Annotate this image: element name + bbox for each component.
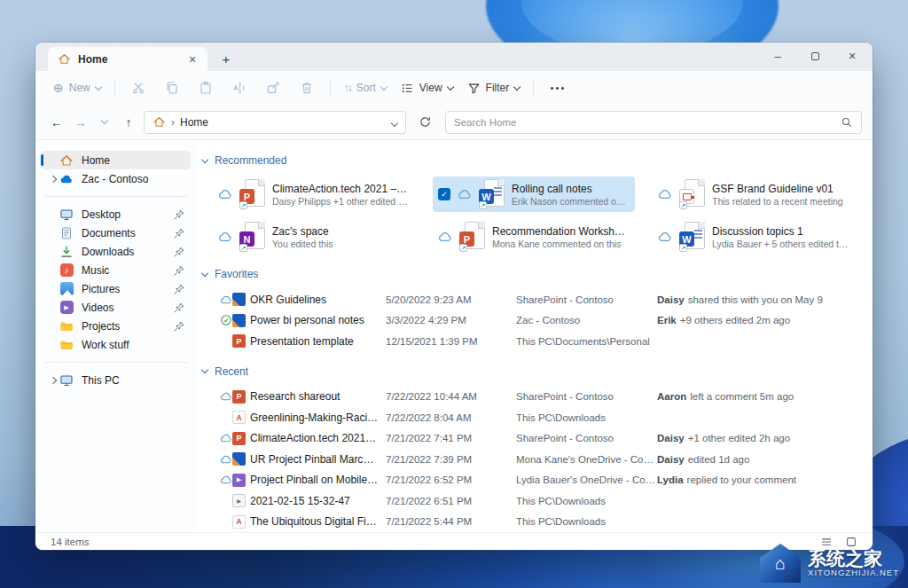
file-row[interactable]: UR Project Pinball March Notes 7/21/2022…	[213, 449, 865, 470]
filter-icon	[467, 82, 481, 95]
checkbox-checked-icon[interactable]	[438, 188, 450, 200]
pin-icon	[173, 246, 185, 258]
file-row[interactable]: A Greenlining-Making-Racial-Equity-Rea..…	[213, 407, 865, 428]
explorer-body: Home Zac - Contoso Desktop Do	[35, 140, 873, 532]
minimize-button[interactable]	[759, 43, 796, 69]
section-header-recommended[interactable]: Recommended	[202, 152, 865, 169]
file-location: This PC\Documents\Personal	[516, 336, 657, 347]
sidebar-divider	[44, 362, 187, 363]
sort-button[interactable]: Sort	[337, 77, 394, 98]
sidebar-item-projects[interactable]: Projects	[41, 317, 191, 335]
file-location: SharePoint - Contoso	[516, 391, 657, 402]
music-icon: ♪	[59, 263, 74, 278]
pin-icon	[173, 227, 185, 239]
view-list-icon	[401, 82, 414, 95]
recommended-card-selected[interactable]: W Rolling call notesErik Nason commented…	[433, 176, 635, 212]
chevron-down-icon	[201, 366, 208, 373]
file-name: Project Pinball on Mobile KickOff	[246, 474, 386, 486]
file-row[interactable]: Power bi personal notes 3/3/2022 4:29 PM…	[213, 310, 865, 332]
download-icon	[59, 245, 74, 259]
search-box[interactable]	[445, 111, 862, 134]
view-button[interactable]: View	[394, 77, 460, 99]
filter-button-label: Filter	[486, 82, 510, 94]
recent-locations-button[interactable]	[94, 111, 115, 134]
maximize-button[interactable]	[796, 43, 834, 69]
sidebar-item-videos[interactable]: ▶ Videos	[41, 298, 191, 317]
forward-button[interactable]	[70, 111, 91, 134]
window-controls	[759, 43, 871, 69]
sidebar-item-onedrive[interactable]: Zac - Contoso	[41, 169, 191, 188]
paste-button[interactable]	[189, 75, 223, 100]
cloud-icon	[219, 432, 232, 445]
file-row[interactable]: Project Pinball on Mobile KickOff 7/21/2…	[213, 470, 865, 491]
share-icon	[266, 81, 280, 95]
sidebar-item-label: Zac - Contoso	[82, 173, 148, 185]
cloud-icon	[219, 452, 232, 466]
section-header-favorites[interactable]: Favorites	[202, 265, 865, 283]
recommended-cards: P ClimateAction.tech 2021 – year in...Da…	[213, 176, 865, 255]
close-button[interactable]	[834, 43, 871, 69]
recommended-card[interactable]: N Zac's spaceYou edited this	[213, 219, 415, 255]
recommended-card[interactable]: P ClimateAction.tech 2021 – year in...Da…	[213, 176, 415, 212]
breadcrumb[interactable]: Home	[144, 111, 406, 134]
back-button[interactable]	[46, 111, 67, 134]
filter-button[interactable]: Filter	[460, 77, 528, 99]
file-row[interactable]: P Presentation template 12/15/2021 1:39 …	[213, 331, 865, 352]
rename-button[interactable]	[223, 75, 256, 100]
sidebar-item-this-pc[interactable]: This PC	[41, 371, 191, 389]
file-row[interactable]: OKR Guidelines 5/20/2022 9:23 AM SharePo…	[213, 289, 865, 310]
cut-button[interactable]	[121, 75, 155, 100]
cloud-icon	[219, 293, 232, 306]
refresh-button[interactable]	[413, 111, 436, 134]
file-name: The Ubiquitous Digital File A Review o..…	[246, 515, 386, 528]
recommended-card[interactable]: P Recommendation Workshop ContentMona Ka…	[433, 219, 635, 255]
file-location: Lydia Bauer's OneDrive - Contoso	[516, 474, 657, 485]
up-button[interactable]	[118, 111, 139, 134]
sidebar-item-desktop[interactable]: Desktop	[41, 205, 191, 223]
sidebar-item-music[interactable]: ♪ Music	[41, 261, 191, 279]
chevron-right-icon[interactable]	[46, 176, 59, 182]
section-header-recent[interactable]: Recent	[202, 363, 865, 380]
explorer-tab-home[interactable]: Home	[48, 47, 207, 71]
delete-button[interactable]	[290, 75, 324, 100]
trash-icon	[300, 81, 314, 95]
file-date: 7/21/2022 6:51 PM	[386, 496, 516, 506]
file-row[interactable]: 2021-02-15 15-32-47 7/21/2022 6:51 PM Th…	[213, 490, 865, 512]
new-tab-button[interactable]	[215, 47, 238, 70]
sidebar-item-work-stuff[interactable]: Work stuff	[41, 335, 191, 354]
file-row[interactable]: A The Ubiquitous Digital File A Review o…	[213, 512, 865, 533]
watermark-title: 系统之家	[808, 549, 899, 568]
breadcrumb-item-home[interactable]: Home	[180, 116, 208, 129]
chevron-down-icon	[513, 82, 521, 90]
copy-button[interactable]	[155, 75, 189, 100]
recommended-card[interactable]: W Discussion topics 1Lydia Bauer + 5 oth…	[653, 219, 855, 255]
search-input[interactable]	[454, 117, 841, 128]
items-view: Recommended P ClimateAction.tech 2021 – …	[195, 140, 873, 532]
more-options-button[interactable]	[540, 75, 574, 100]
tab-close-icon[interactable]	[184, 51, 200, 67]
powerpoint-file-icon: P	[459, 222, 485, 252]
sidebar-item-pictures[interactable]: Pictures	[41, 279, 191, 298]
address-dropdown-button[interactable]	[392, 116, 397, 129]
sidebar-item-home[interactable]: Home	[41, 151, 191, 169]
document-icon	[59, 226, 74, 240]
search-icon[interactable]	[841, 116, 853, 129]
file-row[interactable]: P ClimateAction.tech 2021 – year in revi…	[213, 428, 865, 450]
recommended-card[interactable]: GSF Brand Guideline v01This related to a…	[653, 176, 855, 212]
sidebar-item-downloads[interactable]: Downloads	[41, 242, 191, 261]
new-button[interactable]: New	[46, 76, 108, 99]
section-title: Recommended	[215, 154, 286, 167]
pictures-icon	[59, 282, 74, 296]
pin-icon	[173, 264, 185, 277]
powerpoint-icon: P	[232, 334, 246, 348]
sidebar-item-documents[interactable]: Documents	[41, 223, 191, 242]
file-row[interactable]: P Research shareout 7/22/2022 10:44 AM S…	[213, 387, 865, 408]
share-button[interactable]	[256, 75, 290, 100]
chevron-down-icon	[201, 269, 208, 276]
file-location: SharePoint - Contoso	[516, 433, 657, 443]
items-count: 14 items	[51, 537, 89, 547]
powerpoint-file-icon: P	[239, 179, 265, 209]
file-name: Power bi personal notes	[246, 314, 386, 326]
toolbar-divider	[114, 79, 115, 97]
chevron-right-icon[interactable]	[46, 378, 59, 383]
